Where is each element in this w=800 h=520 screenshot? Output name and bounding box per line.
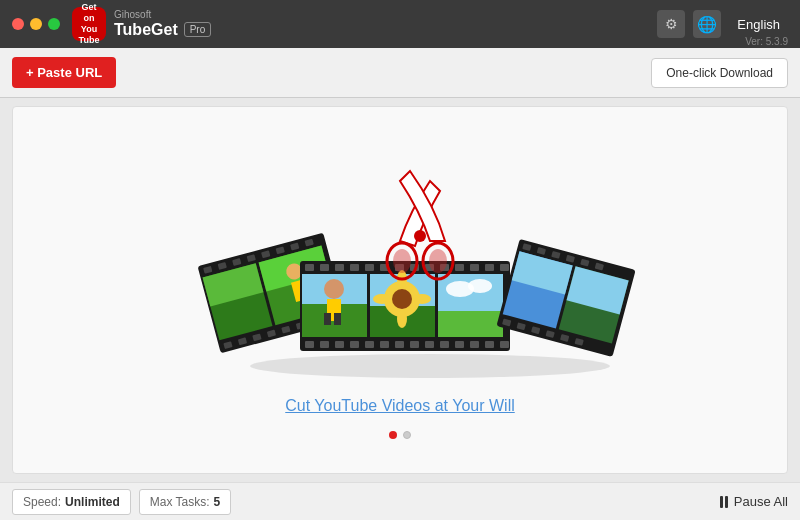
toolbar: + Paste URL One-click Download — [0, 48, 800, 98]
window-controls — [12, 18, 60, 30]
language-flag-icon: 🌐 — [697, 15, 717, 34]
svg-point-66 — [413, 294, 431, 304]
slide-dots — [389, 431, 411, 439]
svg-rect-29 — [365, 264, 374, 271]
main-content-area: Cut YouTube Videos at Your Will — [12, 106, 788, 474]
one-click-download-button[interactable]: One-click Download — [651, 58, 788, 88]
svg-rect-46 — [410, 341, 419, 348]
svg-rect-39 — [305, 341, 314, 348]
svg-rect-68 — [438, 311, 503, 337]
pro-badge: Pro — [184, 22, 212, 37]
svg-rect-38 — [500, 264, 509, 271]
promo-content: Cut YouTube Videos at Your Will — [150, 141, 650, 439]
svg-rect-43 — [365, 341, 374, 348]
app-name-group: Gihosoft TubeGet Pro — [114, 9, 211, 39]
svg-rect-47 — [425, 341, 434, 348]
pause-all-label: Pause All — [734, 494, 788, 509]
logo-text: GetonYouTube — [79, 2, 100, 45]
speed-label: Speed: — [23, 495, 61, 509]
svg-point-65 — [373, 294, 391, 304]
minimize-button[interactable] — [30, 18, 42, 30]
svg-point-91 — [393, 249, 411, 273]
promo-title[interactable]: Cut YouTube Videos at Your Will — [285, 397, 515, 415]
company-name: Gihosoft — [114, 9, 211, 20]
svg-rect-36 — [470, 264, 479, 271]
close-button[interactable] — [12, 18, 24, 30]
settings-button[interactable]: ⚙ — [657, 10, 685, 38]
speed-value: Unlimited — [65, 495, 120, 509]
svg-point-55 — [324, 279, 344, 299]
svg-rect-28 — [350, 264, 359, 271]
svg-rect-51 — [485, 341, 494, 348]
svg-rect-40 — [320, 341, 329, 348]
svg-rect-42 — [350, 341, 359, 348]
maximize-button[interactable] — [48, 18, 60, 30]
svg-point-70 — [468, 279, 492, 293]
pause-all-button[interactable]: Pause All — [720, 494, 788, 509]
title-bar: GetonYouTube Gihosoft TubeGet Pro ⚙ 🌐 En… — [0, 0, 800, 48]
gear-icon: ⚙ — [665, 16, 678, 32]
svg-rect-45 — [395, 341, 404, 348]
svg-rect-49 — [455, 341, 464, 348]
svg-point-62 — [392, 289, 412, 309]
svg-rect-48 — [440, 341, 449, 348]
svg-rect-35 — [455, 264, 464, 271]
svg-rect-50 — [470, 341, 479, 348]
title-bar-right: ⚙ 🌐 English — [657, 10, 788, 38]
version-label: Ver: 5.3.9 — [745, 36, 788, 47]
slide-dot-1[interactable] — [389, 431, 397, 439]
speed-indicator: Speed: Unlimited — [12, 489, 131, 515]
svg-rect-52 — [500, 341, 509, 348]
svg-rect-26 — [320, 264, 329, 271]
max-tasks-indicator: Max Tasks: 5 — [139, 489, 231, 515]
status-bar: Speed: Unlimited Max Tasks: 5 Pause All — [0, 482, 800, 520]
svg-point-0 — [250, 354, 610, 378]
pause-icon — [720, 496, 728, 508]
film-strip-illustration — [150, 141, 650, 381]
app-name: TubeGet — [114, 20, 178, 39]
svg-rect-37 — [485, 264, 494, 271]
svg-rect-27 — [335, 264, 344, 271]
svg-rect-41 — [335, 341, 344, 348]
svg-rect-25 — [305, 264, 314, 271]
language-selector-button[interactable]: English — [729, 13, 788, 36]
svg-point-88 — [414, 230, 426, 242]
svg-rect-44 — [380, 341, 389, 348]
slide-dot-2[interactable] — [403, 431, 411, 439]
max-tasks-label: Max Tasks: — [150, 495, 210, 509]
paste-url-button[interactable]: + Paste URL — [12, 57, 116, 88]
svg-point-64 — [397, 310, 407, 328]
app-logo: GetonYouTube — [72, 7, 106, 41]
svg-rect-58 — [334, 313, 341, 325]
max-tasks-value: 5 — [214, 495, 221, 509]
language-icon-button[interactable]: 🌐 — [693, 10, 721, 38]
svg-point-92 — [429, 249, 447, 273]
svg-rect-57 — [324, 313, 331, 325]
